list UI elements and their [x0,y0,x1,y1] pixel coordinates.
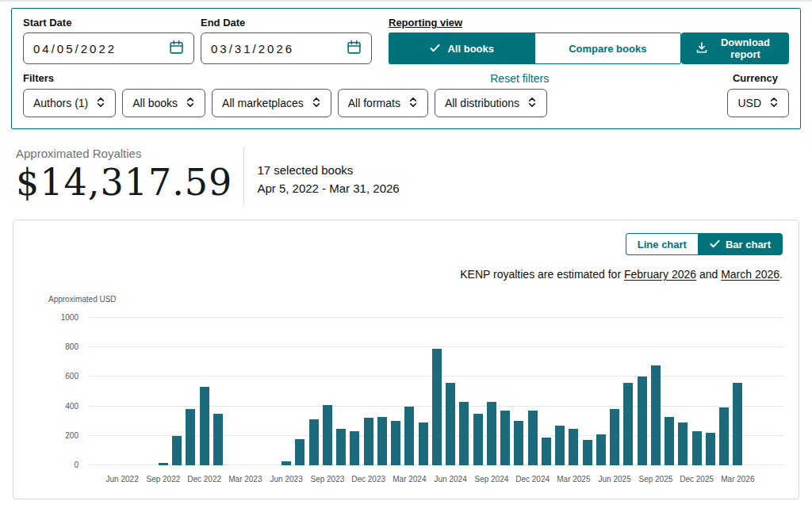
bar-slot [307,318,320,465]
bar-dec-2023[interactable] [364,418,373,465]
calendar-icon[interactable] [347,40,362,57]
x-slot [580,475,594,486]
bar-dec-2025[interactable] [692,431,702,465]
x-slot [88,475,102,486]
bar-slot [252,318,266,465]
authors-filter-value: Authors (1) [33,97,88,109]
chevron-updown-icon [527,97,537,110]
bar-slot [156,318,170,465]
bar-apr-2025[interactable] [583,440,592,465]
compare-books-button[interactable]: Compare books [535,33,681,63]
formats-filter-value: All formats [348,97,400,109]
bar-jul-2023[interactable] [295,439,304,465]
bar-oct-2024[interactable] [500,411,510,465]
x-slot: Mar 2025 [567,475,580,486]
bar-slot [458,318,471,465]
bar-jul-2025[interactable] [623,383,633,465]
bar-sep-2022[interactable] [159,463,168,465]
chevron-updown-icon [312,97,321,110]
selection-summary: 17 selected books Apr 5, 2022 - Mar 31, … [257,161,399,198]
authors-filter-dropdown[interactable]: Authors (1) [23,89,116,117]
bar-feb-2025[interactable] [555,426,565,465]
bar-slot [102,318,115,465]
bar-nov-2024[interactable] [514,421,523,465]
bar-jul-2024[interactable] [459,402,469,465]
bar-slot [88,318,102,465]
bar-jan-2026[interactable] [706,433,715,465]
x-slot [416,475,430,486]
x-slot: Mar 2026 [731,475,745,486]
bar-nov-2022[interactable] [186,409,195,465]
filters-label: Filters [23,72,54,84]
bar-slot [389,318,403,465]
x-slot: Dec 2025 [690,475,703,486]
royalties-label: Approximated Royalties [16,147,232,160]
bar-jan-2024[interactable] [377,417,387,465]
bar-feb-2026[interactable] [719,407,729,465]
y-tick-label: 1000 [61,313,79,322]
bar-aug-2023[interactable] [309,419,319,465]
bar-slot [320,318,334,465]
selected-date-range: Apr 5, 2022 - Mar 31, 2026 [257,179,399,197]
bar-slot [718,318,731,465]
reset-filters-link[interactable]: Reset filters [490,72,549,85]
x-slot [375,475,389,486]
bar-slot [416,318,430,465]
bar-feb-2024[interactable] [391,421,400,465]
x-slot: Sep 2022 [156,475,170,486]
royalties-amount: $14,317.59 [16,162,232,204]
bar-oct-2022[interactable] [172,436,182,465]
books-filter-dropdown[interactable]: All books [122,89,205,117]
bar-slot [526,318,539,465]
marketplaces-filter-dropdown[interactable]: All marketplaces [212,89,331,117]
bar-chart-button[interactable]: Bar chart [698,233,783,255]
download-report-button[interactable]: Download report [681,32,789,64]
bar-dec-2022[interactable] [200,387,209,465]
end-date-input[interactable]: 03/31/2026 [201,32,372,64]
bar-oct-2023[interactable] [336,429,346,466]
bar-dec-2024[interactable] [528,411,538,465]
bar-slot [471,318,485,465]
kenp-note-conjunction: and [699,268,718,281]
bar-jun-2023[interactable] [282,461,291,465]
bar-mar-2024[interactable] [404,407,414,465]
bar-oct-2025[interactable] [665,417,674,465]
distributions-filter-dropdown[interactable]: All distributions [435,89,547,117]
all-books-button[interactable]: All books [389,33,535,63]
bar-jan-2025[interactable] [542,438,551,465]
bar-aug-2025[interactable] [638,377,647,465]
currency-dropdown[interactable]: USD [727,89,789,117]
bar-slot [197,318,211,465]
bar-mar-2026[interactable] [733,383,742,465]
bar-slot [335,318,348,465]
bar-sep-2025[interactable] [651,365,661,465]
x-slot [703,475,717,486]
formats-filter-dropdown[interactable]: All formats [338,89,428,117]
bar-nov-2025[interactable] [678,422,688,465]
bar-sep-2024[interactable] [487,402,496,465]
bar-mar-2025[interactable] [569,429,578,466]
bar-jun-2024[interactable] [446,383,455,465]
calendar-icon[interactable] [169,40,184,57]
bar-nov-2023[interactable] [350,431,359,465]
x-slot: Jun 2024 [444,475,458,486]
royalties-bar-chart: Approximated USD 02004006008001000 Jun 2… [29,295,783,486]
bar-sep-2023[interactable] [323,405,332,465]
x-slot [663,475,676,486]
bar-slot [676,318,690,465]
bar-apr-2024[interactable] [419,422,428,465]
bar-may-2025[interactable] [596,434,606,465]
start-date-label: Start Date [23,17,194,29]
bar-jun-2025[interactable] [610,409,619,465]
chevron-updown-icon [96,97,105,110]
bar-aug-2024[interactable] [473,414,483,465]
distributions-filter-value: All distributions [445,97,519,109]
bar-may-2024[interactable] [432,349,442,465]
x-slot [539,475,553,486]
bar-slot [225,318,239,465]
bar-slot [499,318,512,465]
start-date-input[interactable]: 04/05/2022 [23,32,194,64]
chart-type-toggle: Line chart Bar chart [626,233,783,255]
line-chart-button[interactable]: Line chart [626,233,698,255]
bar-jan-2023[interactable] [213,414,223,465]
